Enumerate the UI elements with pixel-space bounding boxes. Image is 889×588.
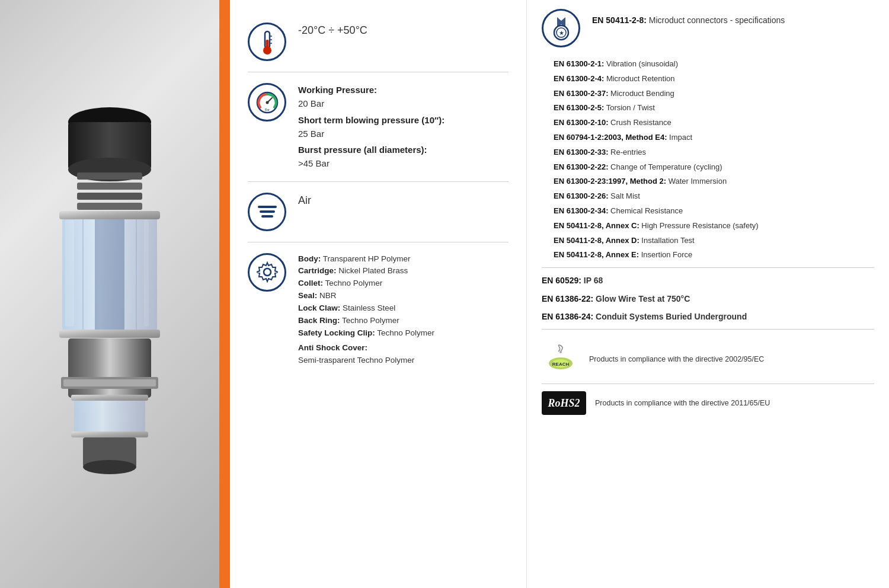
svg-rect-10 bbox=[95, 217, 124, 333]
air-wave-3 bbox=[261, 215, 273, 218]
working-pressure-value: 20 Bar bbox=[298, 97, 509, 110]
gear-icon-circle bbox=[248, 253, 286, 292]
svg-rect-4 bbox=[77, 183, 142, 190]
materials-spec-row: Body: Transparent HP Polymer Cartridge: … bbox=[248, 242, 509, 378]
medium-value: Air bbox=[298, 193, 509, 209]
body-label: Body: bbox=[298, 254, 321, 263]
standard-en61300-2-4: EN 61300-2-4: Microduct Retention bbox=[554, 73, 874, 85]
pressure-gauge-icon-circle: Bar bbox=[248, 83, 286, 122]
medium-spec-row: Air bbox=[248, 182, 509, 242]
reach-compliance-text: Products in compliance with the directiv… bbox=[589, 354, 764, 365]
working-pressure-label: Working Pressure: bbox=[298, 85, 377, 95]
standard-en61300-2-33: EN 61300-2-33: Re-entries bbox=[554, 146, 874, 159]
compliance-divider bbox=[542, 329, 874, 330]
lock-claw-value: Stainless Steel bbox=[343, 303, 395, 312]
standard-en50411-annex-c: EN 50411-2-8, Annex C: High Pressure Res… bbox=[554, 220, 874, 232]
reach-logo: REACH bbox=[542, 343, 580, 376]
rohs-compliance-text: Products in compliance with the directiv… bbox=[595, 398, 770, 409]
main-standard-header: EN 50411-2-8: Microduct connectors - spe… bbox=[592, 14, 785, 27]
standard-en61386-24: EN 61386-24: Conduit Systems Buried Unde… bbox=[542, 310, 874, 323]
standard-en61300-2-1: EN 61300-2-1: Vibration (sinusoidal) bbox=[554, 58, 874, 71]
temperature-text: -20°C ÷ +50°C bbox=[298, 24, 367, 36]
reach-text: Products in compliance with the directiv… bbox=[589, 355, 764, 363]
main-standard-text: Microduct connectors - specifications bbox=[649, 15, 785, 25]
award-icon: ★ bbox=[550, 16, 573, 41]
thermometer-icon-circle bbox=[248, 23, 286, 61]
svg-rect-5 bbox=[77, 193, 142, 200]
sub-standards-list: EN 61300-2-1: Vibration (sinusoidal) EN … bbox=[542, 58, 874, 422]
svg-rect-21 bbox=[65, 220, 74, 327]
standard-en61300-2-37: EN 61300-2-37: Microduct Bending bbox=[554, 88, 874, 100]
orange-divider-stripe bbox=[219, 0, 230, 588]
rohs-logo: RoHS2 bbox=[542, 391, 586, 415]
blowing-pressure-value: 25 Bar bbox=[298, 127, 509, 140]
temperature-spec-row: -20°C ÷ +50°C bbox=[248, 12, 509, 72]
anti-shock-value: Semi-trasparent Techno Polymer bbox=[298, 354, 509, 367]
cartridge-label: Cartridge: bbox=[298, 266, 337, 275]
standard-en50411-annex-d: EN 50411-2-8, Annex D: Installation Test bbox=[554, 235, 874, 247]
rohs-text: Products in compliance with the directiv… bbox=[595, 399, 770, 407]
blowing-pressure-label: Short term blowing pressure (10″): bbox=[298, 115, 444, 125]
product-image-panel bbox=[0, 0, 219, 588]
standard-en61300-2-10: EN 61300-2-10: Crush Resistance bbox=[554, 117, 874, 129]
svg-point-33 bbox=[264, 269, 271, 276]
standards-panel: ★ EN 50411-2-8: Microduct connectors - s… bbox=[526, 0, 889, 588]
svg-point-31 bbox=[266, 101, 268, 104]
collet-value: Techno Polymer bbox=[325, 279, 383, 287]
thermometer-icon bbox=[257, 29, 278, 55]
svg-rect-18 bbox=[71, 432, 148, 437]
svg-rect-12 bbox=[59, 330, 160, 338]
air-waves-icon bbox=[258, 206, 277, 218]
standard-en61300-2-5: EN 61300-2-5: Torsion / Twist bbox=[554, 102, 874, 114]
svg-point-20 bbox=[83, 460, 136, 474]
air-wave-1 bbox=[258, 206, 277, 208]
standard-en50411-annex-e: EN 50411-2-8, Annex E: Insertion Force bbox=[554, 249, 874, 261]
pressure-gauge-icon: Bar bbox=[255, 91, 279, 114]
standard-en61386-22: EN 61386-22: Glow Wire Test at 750°C bbox=[542, 292, 874, 305]
svg-rect-15 bbox=[63, 379, 156, 386]
reach-compliance-row: REACH Products in compliance with the di… bbox=[542, 335, 874, 384]
standard-en60794-1-2: EN 60794-1-2:2003, Method E4: Impact bbox=[554, 132, 874, 144]
standards-divider bbox=[542, 267, 874, 268]
main-standard-bold: EN 50411-2-8: bbox=[592, 15, 647, 25]
back-ring-value: Techno Polymer bbox=[342, 316, 399, 325]
standards-header-row: ★ EN 50411-2-8: Microduct connectors - s… bbox=[542, 9, 874, 53]
seal-label: Seal: bbox=[298, 291, 317, 300]
award-icon-circle: ★ bbox=[542, 9, 580, 47]
back-ring-label: Back Ring: bbox=[298, 316, 340, 325]
air-icon-circle bbox=[248, 193, 286, 231]
standard-en60529: EN 60529: IP 68 bbox=[542, 274, 874, 287]
safety-clip-value: Techno Polymer bbox=[377, 328, 434, 337]
safety-clip-label: Safety Locking Clip: bbox=[298, 328, 375, 337]
standard-en61300-2-34: EN 61300-2-34: Chemical Resistance bbox=[554, 205, 874, 218]
burst-pressure-label: Burst pressure (all diameters): bbox=[298, 145, 427, 155]
svg-rect-17 bbox=[71, 395, 148, 401]
svg-rect-3 bbox=[77, 172, 142, 180]
air-wave-2 bbox=[260, 210, 275, 213]
svg-point-40 bbox=[559, 351, 562, 353]
rohs-label-text: RoHS2 bbox=[548, 395, 580, 412]
svg-text:REACH: REACH bbox=[552, 362, 570, 367]
svg-text:★: ★ bbox=[558, 30, 564, 36]
seal-value: NBR bbox=[319, 291, 337, 300]
svg-rect-22 bbox=[144, 220, 149, 327]
svg-rect-16 bbox=[74, 398, 145, 433]
burst-pressure-value: >45 Bar bbox=[298, 156, 509, 170]
body-value: Transparent HP Polymer bbox=[323, 254, 411, 263]
materials-values: Body: Transparent HP Polymer Cartridge: … bbox=[298, 253, 509, 367]
rohs-compliance-row: RoHS2 Products in compliance with the di… bbox=[542, 384, 874, 422]
gear-icon bbox=[257, 261, 278, 283]
standard-en61300-2-23: EN 61300-2-23:1997, Method 2: Water Imme… bbox=[554, 175, 874, 188]
connector-illustration bbox=[0, 0, 219, 588]
temperature-value: -20°C ÷ +50°C bbox=[298, 23, 509, 39]
svg-point-25 bbox=[263, 46, 271, 55]
cartridge-value: Nickel Plated Brass bbox=[338, 266, 408, 275]
anti-shock-label: Anti Shock Cover: bbox=[298, 343, 367, 352]
svg-rect-6 bbox=[77, 203, 142, 210]
collet-label: Collet: bbox=[298, 279, 323, 287]
rohs-badge: RoHS2 bbox=[542, 391, 586, 415]
medium-text: Air bbox=[298, 194, 311, 206]
pressure-spec-row: Bar Working Pressure: 20 Bar Short term … bbox=[248, 72, 509, 182]
svg-rect-11 bbox=[59, 211, 160, 219]
standard-en61300-2-22: EN 61300-2-22: Change of Temperature (cy… bbox=[554, 161, 874, 174]
